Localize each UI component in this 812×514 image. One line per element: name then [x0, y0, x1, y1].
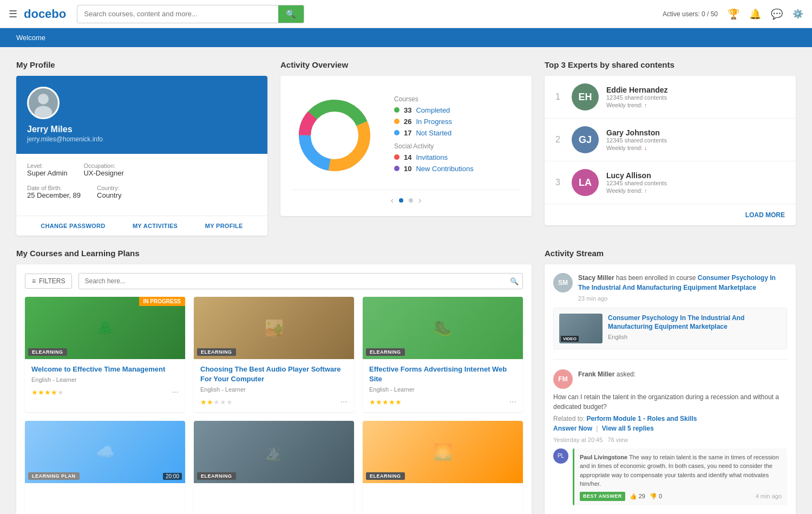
course-more-1[interactable]: ···	[172, 387, 179, 397]
course-title-4[interactable]	[31, 489, 179, 498]
menu-icon[interactable]: ☰	[9, 8, 17, 20]
course-more-4[interactable]: ···	[172, 512, 179, 514]
svg-point-1	[38, 94, 49, 105]
course-lang-3: English - Learner	[369, 386, 516, 393]
not-started-count: 17	[404, 129, 411, 137]
course-tag-3: ELEARNING	[366, 348, 405, 356]
video-badge-1: VIDEO	[561, 336, 579, 342]
course-title-1[interactable]: Welcome to Effective Time Management	[31, 365, 179, 374]
notifications-icon[interactable]: 🔔	[749, 8, 761, 20]
trophy-icon[interactable]: 🏆	[728, 8, 739, 20]
course-title-3[interactable]: Effective Forms Advertising Internet Web…	[369, 365, 516, 384]
stream-question-text: How can I retain the talent in the organ…	[553, 392, 787, 412]
carousel-dot-1[interactable]	[399, 198, 403, 203]
carousel-prev[interactable]: ‹	[391, 196, 394, 205]
not-started-label: Not Started	[416, 129, 451, 137]
expert-trend-1: Weekly trend: ↑	[606, 102, 785, 108]
courses-search-input[interactable]	[78, 273, 523, 289]
country-label: Country:	[97, 185, 122, 191]
expert-shared-3: 12345 shared contents	[606, 180, 785, 186]
profile-country-field: Country: Country	[97, 185, 122, 199]
not-started-dot	[394, 130, 400, 135]
carousel-dot-2[interactable]	[409, 198, 413, 203]
course-tag-1: ELEARNING	[28, 348, 67, 356]
profile-row-1: Level: Super Admin Occupation: UX-Design…	[27, 162, 257, 177]
course-stars-1: ★★★★★	[31, 388, 64, 396]
occupation-label: Occupation:	[83, 162, 123, 169]
related-link[interactable]: Perform Module 1 - Roles and Skills	[586, 415, 697, 422]
course-more-6[interactable]: ···	[509, 512, 516, 514]
reply-meta: BEST ANSWER 👍 29 👎 0 4 min ago	[580, 492, 782, 502]
view-replies-link[interactable]: View all 5 replies	[602, 425, 654, 432]
settings-icon[interactable]: ⚙️	[793, 9, 803, 19]
search-bar: 🔍	[77, 5, 304, 23]
stream-header-1: SM Stacy Miller has been enrolled in cou…	[553, 273, 787, 303]
course-tag-2: ELEARNING	[197, 348, 236, 356]
stream-preview-info-1: Consumer Psychology In The Industrial An…	[608, 314, 781, 343]
logo: docebo	[24, 7, 66, 21]
answer-now-link[interactable]: Answer Now	[553, 425, 592, 432]
reply-time: 4 min ago	[756, 492, 782, 501]
profile-occupation-field: Occupation: UX-Designer	[83, 162, 123, 177]
contributions-count: 10	[404, 165, 411, 173]
chat-icon[interactable]: 💬	[771, 8, 783, 20]
thumbs-down-btn[interactable]: 👎 0	[650, 492, 662, 501]
search-input[interactable]	[77, 6, 278, 22]
change-password-link[interactable]: CHANGE PASSWORD	[41, 223, 105, 229]
course-thumbnail-5: ⛰️ ELEARNING	[194, 421, 354, 483]
stream-meta: Yesterday at 20:45 76 view	[553, 437, 787, 443]
stream-card: SM Stacy Miller has been enrolled in cou…	[545, 264, 796, 514]
activity-section-title: Activity Overview	[280, 60, 532, 69]
course-info-1: Welcome to Effective Time Management Eng…	[25, 359, 185, 402]
course-more-5[interactable]: ···	[340, 512, 348, 514]
course-tag-6: ELEARNING	[366, 472, 405, 480]
course-card-4: ☁️ LEARNING PLAN 20:00 ···	[25, 421, 185, 514]
courses-label: Courses	[394, 95, 521, 103]
course-title-2[interactable]: Choosing The Best Audio Player Software …	[200, 365, 348, 384]
expert-shared-1: 12345 shared contents	[606, 94, 785, 101]
carousel-controls: ‹ ›	[291, 190, 521, 205]
load-more-link[interactable]: LOAD MORE	[745, 211, 785, 219]
expert-info-1: Eddie Hernandez 12345 shared contents We…	[606, 86, 785, 108]
stream-preview-title-1[interactable]: Consumer Psychology In The Industrial An…	[608, 314, 781, 332]
expert-info-3: Lucy Allison 12345 shared contents Weekl…	[606, 171, 785, 194]
expert-trend-2: Weekly trend: ↓	[606, 145, 785, 151]
trend-arrow-2: ↓	[644, 145, 647, 151]
course-title-6[interactable]	[369, 489, 516, 498]
stream-action-1: has been enrolled in course	[616, 274, 698, 282]
course-thumbnail-4: ☁️ LEARNING PLAN 20:00	[25, 421, 185, 483]
completed-dot	[394, 107, 400, 113]
course-card-5: ⛰️ ELEARNING ···	[194, 421, 354, 514]
my-activities-link[interactable]: MY ACTIVITIES	[133, 223, 178, 229]
course-title-5[interactable]	[200, 489, 348, 498]
in-progress-dot	[394, 119, 400, 124]
invitations-label: Invitations	[416, 153, 448, 161]
course-lang-1: English - Learner	[31, 376, 179, 383]
stream-section-title: Activity Stream	[545, 249, 796, 258]
experts-section-title: Top 3 Experts by shared contents	[545, 60, 796, 69]
contributions-dot	[394, 166, 400, 171]
expert-shared-2: 12345 shared contents	[606, 137, 785, 144]
my-profile-link[interactable]: MY PROFILE	[205, 223, 243, 229]
profile-header: Jerry Miles jerry.miles@homenick.info	[16, 76, 267, 154]
completed-label: Completed	[416, 106, 450, 114]
search-button[interactable]: 🔍	[278, 5, 304, 23]
stream-item-1: SM Stacy Miller has been enrolled in cou…	[553, 273, 787, 360]
reply-author: Paul Livingstone	[580, 454, 627, 460]
stream-user-1: Stacy Miller	[578, 274, 614, 282]
course-more-3[interactable]: ···	[509, 397, 516, 407]
course-footer-2: ★★★★★ ···	[200, 397, 348, 407]
course-more-2[interactable]: ···	[340, 397, 348, 407]
courses-section-title: My Courses and Learning Plans	[16, 249, 532, 258]
thumbs-up-btn[interactable]: 👍 29	[630, 492, 645, 501]
carousel-next[interactable]: ›	[418, 196, 421, 205]
expert-rank-3: 3	[555, 178, 564, 187]
stream-preview-lang-1: English	[608, 334, 781, 340]
legend-contributions: 10 New Contributions	[394, 165, 521, 173]
topnav-right: Active users: 0 / 50 🏆 🔔 💬 ⚙️	[663, 8, 803, 20]
stream-action-2: asked:	[617, 370, 636, 378]
legend-completed: 33 Completed	[394, 106, 521, 114]
expert-rank-1: 1	[555, 92, 564, 102]
course-info-4: ···	[25, 483, 185, 514]
filters-button[interactable]: ≡ FILTERS	[25, 274, 72, 289]
